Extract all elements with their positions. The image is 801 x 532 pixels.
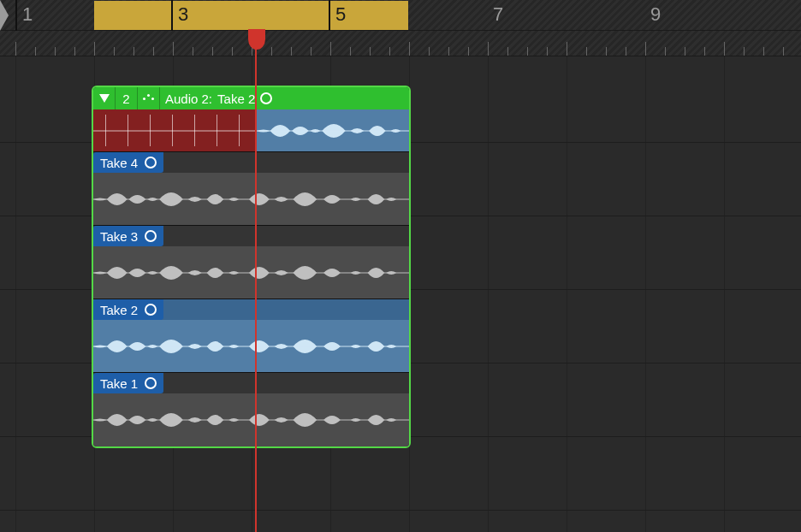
recording-segment[interactable] — [93, 109, 257, 151]
bar-ruler[interactable]: 13579 — [0, 0, 801, 31]
disclosure-triangle-icon[interactable] — [93, 87, 116, 109]
tag-circle-icon[interactable] — [145, 304, 157, 316]
take-folder-number[interactable]: 2 — [116, 87, 138, 109]
comp-segment[interactable] — [257, 109, 409, 151]
waveform-icon — [93, 251, 409, 294]
playhead[interactable] — [255, 31, 257, 532]
take-folder-active-take: Take 2 — [217, 92, 255, 106]
tag-circle-icon[interactable] — [145, 377, 157, 389]
take-folder-header[interactable]: 2 Audio 2: Take 2 — [93, 87, 409, 109]
bar-number: 1 — [22, 3, 33, 26]
bar-number: 7 — [493, 3, 503, 26]
comp-menu-icon[interactable] — [138, 87, 160, 109]
beat-ruler[interactable] — [0, 31, 801, 56]
take-label[interactable]: Take 2 — [93, 299, 163, 320]
svg-marker-1 — [99, 94, 110, 103]
take-label-text: Take 4 — [100, 156, 138, 170]
take-label-text: Take 1 — [100, 376, 138, 391]
take-label[interactable]: Take 4 — [93, 152, 163, 173]
bar-number: 3 — [178, 3, 188, 26]
comp-lane[interactable] — [93, 109, 409, 152]
waveform-icon — [93, 399, 409, 441]
take-label[interactable]: Take 3 — [93, 226, 163, 246]
take-lane[interactable]: Take 2 — [93, 299, 409, 373]
take-folder-title: Audio 2: — [165, 92, 212, 106]
tag-circle-icon[interactable] — [145, 157, 157, 168]
take-label[interactable]: Take 1 — [93, 373, 163, 393]
take-lane[interactable]: Take 1 — [93, 373, 409, 446]
tag-circle-icon[interactable] — [260, 92, 272, 104]
take-folder[interactable]: 2 Audio 2: Take 2 Take 4Take 3Take 2Take… — [92, 86, 411, 448]
waveform-icon — [93, 178, 409, 221]
playhead-handle-icon[interactable] — [246, 27, 267, 51]
waveform-icon — [257, 113, 409, 149]
take-lane[interactable]: Take 4 — [93, 152, 409, 226]
bar-number: 9 — [650, 3, 661, 26]
waveform-icon — [93, 325, 409, 368]
take-label-text: Take 2 — [100, 303, 138, 317]
bar-number: 5 — [335, 3, 346, 26]
take-lane[interactable]: Take 3 — [93, 226, 409, 299]
tag-circle-icon[interactable] — [145, 230, 157, 242]
take-label-text: Take 3 — [100, 229, 138, 244]
